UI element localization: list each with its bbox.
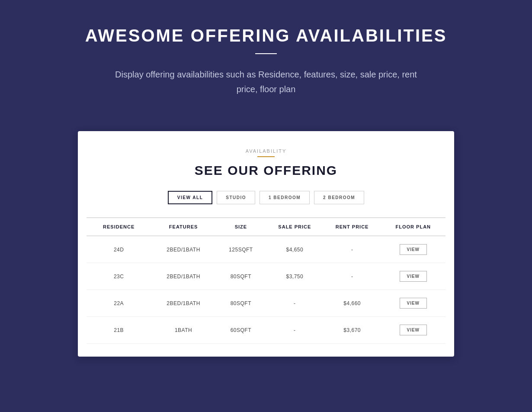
filter-buttons: VIEW ALL STUDIO 1 BEDROOM 2 BEDROOM	[87, 191, 445, 204]
cell-sale-price: $4,650	[266, 236, 324, 263]
availability-label: AVAILABILITY	[246, 148, 287, 154]
cell-floor-plan: VIEW	[381, 236, 445, 263]
col-header-features: FEATURES	[151, 218, 215, 236]
hero-title: AWESOME OFFERING AVAILABILITIES	[85, 26, 447, 45]
col-header-floor-plan: FLOOR PLAN	[381, 218, 445, 236]
cell-residence: 24D	[87, 236, 151, 263]
cell-features: 2BED/1BATH	[151, 263, 215, 290]
table-body: 24D 2BED/1BATH 125SQFT $4,650 - VIEW 23C…	[87, 236, 445, 344]
cell-residence: 22A	[87, 290, 151, 317]
table-row: 22A 2BED/1BATH 80SQFT - $4,660 VIEW	[87, 290, 445, 317]
table-row: 23C 2BED/1BATH 80SQFT $3,750 - VIEW	[87, 263, 445, 290]
cell-residence: 23C	[87, 263, 151, 290]
hero-divider	[255, 53, 277, 54]
filter-view-all[interactable]: VIEW ALL	[168, 191, 212, 204]
cell-sale-price: -	[266, 290, 324, 317]
cell-size: 80SQFT	[216, 263, 266, 290]
cell-features: 2BED/1BATH	[151, 236, 215, 263]
cell-sale-price: -	[266, 317, 324, 344]
cell-sale-price: $3,750	[266, 263, 324, 290]
cell-floor-plan: VIEW	[381, 263, 445, 290]
cell-size: 80SQFT	[216, 290, 266, 317]
view-floor-plan-button[interactable]: VIEW	[400, 298, 427, 309]
table-header: RESIDENCE FEATURES SIZE SALE PRICE RENT …	[87, 218, 445, 236]
table-row: 24D 2BED/1BATH 125SQFT $4,650 - VIEW	[87, 236, 445, 263]
filter-studio[interactable]: STUDIO	[217, 191, 255, 204]
filter-2bedroom[interactable]: 2 BEDROOM	[314, 191, 364, 204]
hero-description: Display offering availabilities such as …	[115, 67, 417, 97]
availability-underline	[257, 156, 275, 157]
cell-residence: 21B	[87, 317, 151, 344]
cell-features: 2BED/1BATH	[151, 290, 215, 317]
cell-floor-plan: VIEW	[381, 290, 445, 317]
cell-floor-plan: VIEW	[381, 317, 445, 344]
cell-rent-price: $4,660	[324, 290, 381, 317]
view-floor-plan-button[interactable]: VIEW	[400, 271, 427, 282]
table-row: 21B 1BATH 60SQFT - $3,670 VIEW	[87, 317, 445, 344]
card-container: AVAILABILITY SEE OUR OFFERING VIEW ALL S…	[78, 131, 454, 357]
card-title: SEE OUR OFFERING	[195, 163, 337, 178]
col-header-rent-price: RENT PRICE	[324, 218, 381, 236]
cell-size: 60SQFT	[216, 317, 266, 344]
cell-size: 125SQFT	[216, 236, 266, 263]
col-header-residence: RESIDENCE	[87, 218, 151, 236]
cell-features: 1BATH	[151, 317, 215, 344]
card-header: AVAILABILITY SEE OUR OFFERING	[87, 148, 445, 178]
col-header-size: SIZE	[216, 218, 266, 236]
table-container: RESIDENCE FEATURES SIZE SALE PRICE RENT …	[87, 217, 445, 344]
cell-rent-price: -	[324, 263, 381, 290]
cell-rent-price: -	[324, 236, 381, 263]
col-header-sale-price: SALE PRICE	[266, 218, 324, 236]
hero-section: AWESOME OFFERING AVAILABILITIES Display …	[0, 0, 532, 118]
view-floor-plan-button[interactable]: VIEW	[400, 325, 427, 335]
cell-rent-price: $3,670	[324, 317, 381, 344]
view-floor-plan-button[interactable]: VIEW	[400, 244, 427, 255]
filter-1bedroom[interactable]: 1 BEDROOM	[260, 191, 310, 204]
